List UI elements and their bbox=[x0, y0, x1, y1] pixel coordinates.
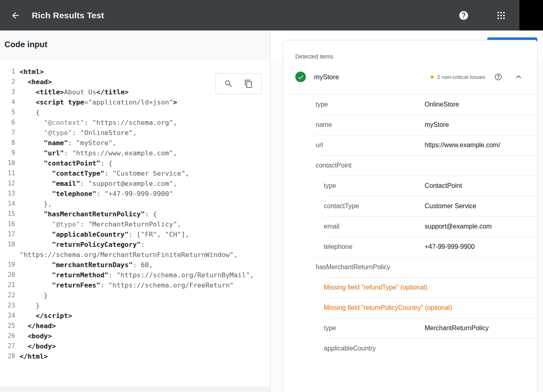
property-key: type bbox=[324, 182, 336, 189]
property-value: +47-99-999-9900 bbox=[425, 243, 475, 250]
property-value: myStore bbox=[425, 121, 449, 128]
property-row: telephone+47-99-999-9900 bbox=[283, 237, 537, 257]
property-value: ContactPoint bbox=[425, 182, 462, 189]
property-key: contactType bbox=[324, 203, 359, 210]
property-row: typeMerchantReturnPolicy bbox=[283, 318, 537, 338]
code-line: 19 "merchantReturnDays": 60, bbox=[0, 260, 270, 270]
code-line: 4 <script type="application/ld+json"> bbox=[0, 97, 270, 107]
app-title: Rich Results Test bbox=[32, 11, 104, 20]
code-line: 8 "name": "myStore", bbox=[0, 138, 270, 148]
property-value: Customer Service bbox=[425, 203, 476, 210]
topbar: Rich Results Test bbox=[0, 0, 543, 30]
code-input-header: Code input bbox=[0, 30, 270, 59]
property-key: telephone bbox=[324, 243, 352, 250]
line-number: 11 bbox=[0, 168, 15, 179]
code-line: 22 } bbox=[0, 290, 270, 301]
test-results-panel: Test results Organization SHARE Detected… bbox=[271, 30, 543, 392]
line-number: 22 bbox=[0, 290, 15, 301]
back-arrow-icon[interactable] bbox=[7, 7, 24, 24]
line-number: 16 bbox=[0, 219, 15, 229]
property-key: name bbox=[316, 121, 332, 128]
line-number: 6 bbox=[0, 118, 15, 128]
line-number: 10 bbox=[0, 158, 15, 168]
section-row: hasMerchantReturnPolicy bbox=[283, 257, 537, 277]
code-line: 24 </script> bbox=[0, 311, 270, 321]
code-line: 21 "returnFees": "https://schema.org/Fre… bbox=[0, 280, 270, 290]
code-input-panel: Code input 1<html>2 <head>3 <title>About… bbox=[0, 30, 270, 392]
line-number: 19 bbox=[0, 260, 15, 270]
line-number: 24 bbox=[0, 311, 15, 321]
warning-text[interactable]: Missing field "returnPolicyCountry" (opt… bbox=[324, 304, 452, 311]
code-line: 10 "contactPoint": { bbox=[0, 158, 270, 168]
code-line: 26 <body> bbox=[0, 331, 270, 341]
property-key: contactPoint bbox=[316, 162, 351, 169]
code-line: 16 "@type": "MerchantReturnPolicy", bbox=[0, 219, 270, 229]
code-line: 13 "telephone": "+47-99-999-9900" bbox=[0, 189, 270, 199]
code-editor[interactable]: 1<html>2 <head>3 <title>About Us</title>… bbox=[0, 59, 270, 387]
line-number: 1 bbox=[0, 67, 15, 77]
line-number: 23 bbox=[0, 301, 15, 311]
code-line: 12 "email": "support@example.com", bbox=[0, 179, 270, 189]
section-row: applicableCountry bbox=[283, 338, 537, 359]
code-line: 7 "@type": "OnlineStore", bbox=[0, 128, 270, 138]
code-lines: 1<html>2 <head>3 <title>About Us</title>… bbox=[0, 67, 270, 362]
line-number: 21 bbox=[0, 280, 15, 290]
property-value: MerchantReturnPolicy bbox=[425, 324, 488, 332]
property-key: type bbox=[316, 101, 328, 108]
code-line: 28</html> bbox=[0, 351, 270, 362]
code-line: 14 }, bbox=[0, 199, 270, 209]
property-key: applicableCountry bbox=[324, 345, 376, 352]
property-value: https://www.example.com/ bbox=[425, 142, 500, 149]
line-number: 17 bbox=[0, 229, 15, 240]
property-row: namemyStore bbox=[283, 115, 537, 135]
warning-row[interactable]: Missing field "refundType" (optional) bbox=[283, 277, 537, 298]
code-line: 27 </body> bbox=[0, 341, 270, 351]
property-row: urlhttps://www.example.com/ bbox=[283, 135, 537, 155]
issues-summary: 2 non-critical issues bbox=[437, 74, 485, 80]
code-line: 17 "applicableCountry": ["FR", "CH"], bbox=[0, 229, 270, 240]
line-number: 2 bbox=[0, 77, 15, 87]
code-line: 20 "returnMethod": "https://schema.org/R… bbox=[0, 270, 270, 280]
apps-grid-icon[interactable] bbox=[493, 7, 509, 24]
property-key: hasMerchantReturnPolicy bbox=[316, 264, 390, 271]
line-number: 13 bbox=[0, 189, 15, 199]
code-toolbar bbox=[215, 73, 262, 94]
code-line: 9 "url": "https://www.example.com", bbox=[0, 148, 270, 158]
help-outline-icon[interactable] bbox=[491, 70, 506, 84]
detected-entity-row[interactable]: myStore 2 non-critical issues bbox=[283, 60, 537, 94]
line-number: 14 bbox=[0, 199, 15, 209]
line-number: 5 bbox=[0, 107, 15, 118]
horizontal-scrollbar[interactable] bbox=[0, 387, 270, 392]
line-number: 9 bbox=[0, 148, 15, 158]
property-row: emailsupport@example.com bbox=[283, 216, 537, 237]
detected-items-card: Detected items myStore 2 non-critical is… bbox=[283, 40, 538, 392]
section-row: contactPoint bbox=[283, 155, 537, 176]
line-number: 25 bbox=[0, 321, 15, 331]
code-line: 5 { bbox=[0, 107, 270, 118]
line-number: 15 bbox=[0, 209, 15, 219]
code-line: 18 "returnPolicyCategory": "https://sche… bbox=[0, 240, 270, 260]
chevron-up-icon[interactable] bbox=[511, 70, 526, 84]
help-icon[interactable] bbox=[456, 7, 472, 24]
code-input-title: Code input bbox=[4, 40, 47, 49]
property-row: typeOnlineStore bbox=[283, 94, 537, 115]
masked-region bbox=[519, 0, 543, 30]
line-number: 8 bbox=[0, 138, 15, 148]
property-key: url bbox=[316, 142, 323, 149]
property-value: support@example.com bbox=[425, 223, 492, 230]
valid-check-icon bbox=[295, 72, 306, 82]
line-number: 3 bbox=[0, 87, 15, 97]
warning-text[interactable]: Missing field "refundType" (optional) bbox=[324, 284, 427, 291]
detected-items-label: Detected items bbox=[283, 40, 537, 60]
property-value: OnlineStore bbox=[425, 101, 459, 108]
property-row: typeContactPoint bbox=[283, 176, 537, 196]
line-number: 27 bbox=[0, 341, 15, 351]
property-key: email bbox=[324, 223, 339, 230]
line-number: 7 bbox=[0, 128, 15, 138]
code-line: 23 } bbox=[0, 301, 270, 311]
copy-icon[interactable] bbox=[241, 76, 256, 91]
property-key: type bbox=[324, 324, 336, 332]
search-icon[interactable] bbox=[221, 76, 236, 91]
warning-row[interactable]: Missing field "returnPolicyCountry" (opt… bbox=[283, 298, 537, 318]
code-line: 11 "contactType": "Customer Service", bbox=[0, 168, 270, 179]
